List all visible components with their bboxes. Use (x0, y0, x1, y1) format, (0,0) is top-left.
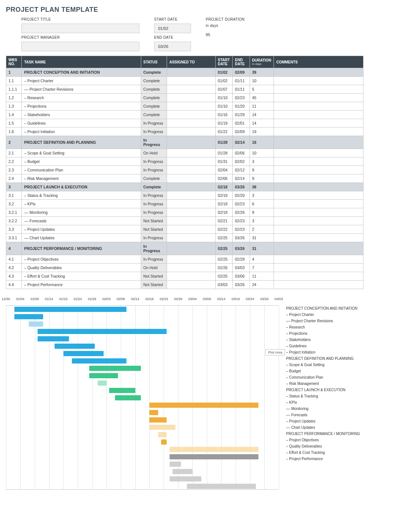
cell-status[interactable]: Complete (141, 183, 167, 191)
gantt-bar[interactable] (170, 447, 258, 452)
cell-comments[interactable] (274, 149, 363, 157)
cell-status[interactable]: In Progress (141, 157, 167, 166)
cell-status[interactable]: In Progress (141, 255, 167, 264)
table-row[interactable]: 3.1– Status & TrackingIn Progress02/1802… (6, 191, 363, 200)
table-row[interactable]: 3PROJECT LAUNCH & EXECUTIONComplete02/18… (6, 183, 363, 191)
cell-assigned[interactable] (167, 272, 215, 281)
table-row[interactable]: 2.1– Scope & Goal SettingOn Hold01/2802/… (6, 149, 363, 157)
gantt-bar[interactable] (14, 307, 126, 312)
gantt-bar[interactable] (173, 469, 193, 474)
cell-assigned[interactable] (167, 225, 215, 234)
gantt-bar[interactable] (149, 403, 258, 408)
end-date-input[interactable]: 03/26 (154, 42, 191, 51)
gantt-bar[interactable] (170, 462, 181, 467)
cell-status[interactable]: Complete (141, 85, 167, 94)
table-row[interactable]: 2.3– Communication PlanIn Progress02/040… (6, 166, 363, 174)
cell-status[interactable]: Not Started (141, 272, 167, 281)
cell-status[interactable]: In Progress (141, 166, 167, 174)
project-manager-input[interactable] (21, 42, 139, 51)
gantt-bar[interactable] (29, 321, 43, 327)
cell-status[interactable]: Complete (141, 77, 167, 85)
cell-assigned[interactable] (167, 94, 215, 102)
cell-status[interactable]: In Progress (141, 242, 167, 255)
cell-status[interactable]: Not Started (141, 217, 167, 225)
table-row[interactable]: 1.2– ResearchComplete01/1002/2345 (6, 94, 363, 102)
cell-status[interactable]: Complete (141, 102, 167, 111)
cell-comments[interactable] (274, 242, 363, 255)
cell-assigned[interactable] (167, 242, 215, 255)
cell-assigned[interactable] (167, 136, 215, 149)
cell-assigned[interactable] (167, 68, 215, 77)
cell-comments[interactable] (274, 264, 363, 272)
project-title-input[interactable] (21, 24, 139, 33)
gantt-bar[interactable] (170, 476, 201, 481)
table-row[interactable]: 4.1– Project ObjectivesIn Progress02/250… (6, 255, 363, 264)
gantt-bar[interactable] (115, 395, 141, 400)
cell-status[interactable]: Complete (141, 94, 167, 102)
cell-status[interactable]: In Progress (141, 234, 167, 242)
table-row[interactable]: 4.2– Quality DeliverablesOn Hold02/2603/… (6, 264, 363, 272)
gantt-bar[interactable] (187, 484, 256, 489)
cell-assigned[interactable] (167, 234, 215, 242)
cell-assigned[interactable] (167, 281, 215, 289)
start-date-input[interactable]: 01/02 (154, 24, 191, 33)
cell-assigned[interactable] (167, 85, 215, 94)
cell-status[interactable]: In Progress (141, 119, 167, 128)
table-row[interactable]: 1.1– Project CharterComplete01/0201/1110 (6, 77, 363, 85)
gantt-bar[interactable] (14, 314, 43, 319)
cell-status[interactable]: On Hold (141, 264, 167, 272)
table-row[interactable]: 1.5– GuidelinesIn Progress01/1902/0114 (6, 119, 363, 128)
cell-comments[interactable] (274, 157, 363, 166)
cell-comments[interactable] (274, 174, 363, 183)
gantt-bar[interactable] (109, 388, 135, 393)
cell-assigned[interactable] (167, 217, 215, 225)
cell-comments[interactable] (274, 111, 363, 119)
table-row[interactable]: 2PROJECT DEFINITION AND PLANNINGIn Progr… (6, 136, 363, 149)
table-row[interactable]: 3.2.1–– MonitoringIn Progress02/1802/269 (6, 208, 363, 217)
cell-assigned[interactable] (167, 166, 215, 174)
cell-assigned[interactable] (167, 119, 215, 128)
cell-status[interactable]: On Hold (141, 149, 167, 157)
cell-status[interactable]: Complete (141, 111, 167, 119)
cell-comments[interactable] (274, 68, 363, 77)
table-row[interactable]: 4.3– Effort & Cost TrackingNot Started02… (6, 272, 363, 281)
cell-comments[interactable] (274, 217, 363, 225)
cell-status[interactable]: In Progress (141, 191, 167, 200)
table-row[interactable]: 3.3.1–– Chart UpdatesIn Progress02/2503/… (6, 234, 363, 242)
gantt-bar[interactable] (89, 366, 141, 371)
gantt-bar[interactable] (149, 417, 167, 423)
cell-assigned[interactable] (167, 77, 215, 85)
cell-status[interactable]: Complete (141, 68, 167, 77)
cell-comments[interactable] (274, 183, 363, 191)
cell-comments[interactable] (274, 102, 363, 111)
cell-assigned[interactable] (167, 102, 215, 111)
cell-comments[interactable] (274, 128, 363, 136)
table-row[interactable]: 3.2– KPIsIn Progress02/1802/236 (6, 200, 363, 208)
cell-comments[interactable] (274, 136, 363, 149)
cell-comments[interactable] (274, 208, 363, 217)
cell-assigned[interactable] (167, 183, 215, 191)
table-row[interactable]: 2.2– BudgetIn Progress01/3102/023 (6, 157, 363, 166)
cell-assigned[interactable] (167, 255, 215, 264)
cell-comments[interactable] (274, 119, 363, 128)
gantt-bar[interactable] (149, 425, 175, 430)
cell-assigned[interactable] (167, 157, 215, 166)
gantt-bar[interactable] (98, 380, 106, 386)
cell-status[interactable]: In Progress (141, 208, 167, 217)
cell-comments[interactable] (274, 225, 363, 234)
cell-assigned[interactable] (167, 111, 215, 119)
cell-status[interactable]: Not Started (141, 281, 167, 289)
gantt-bar[interactable] (55, 344, 95, 349)
cell-assigned[interactable] (167, 264, 215, 272)
gantt-bar[interactable] (158, 432, 167, 437)
cell-comments[interactable] (274, 85, 363, 94)
cell-comments[interactable] (274, 255, 363, 264)
gantt-bar[interactable] (72, 358, 126, 364)
table-row[interactable]: 3.2.2–– ForecastsNot Started02/2102/233 (6, 217, 363, 225)
cell-status[interactable]: Not Started (141, 225, 167, 234)
cell-comments[interactable] (274, 272, 363, 281)
gantt-bar[interactable] (38, 329, 167, 334)
cell-comments[interactable] (274, 191, 363, 200)
cell-status[interactable]: Complete (141, 174, 167, 183)
cell-comments[interactable] (274, 166, 363, 174)
